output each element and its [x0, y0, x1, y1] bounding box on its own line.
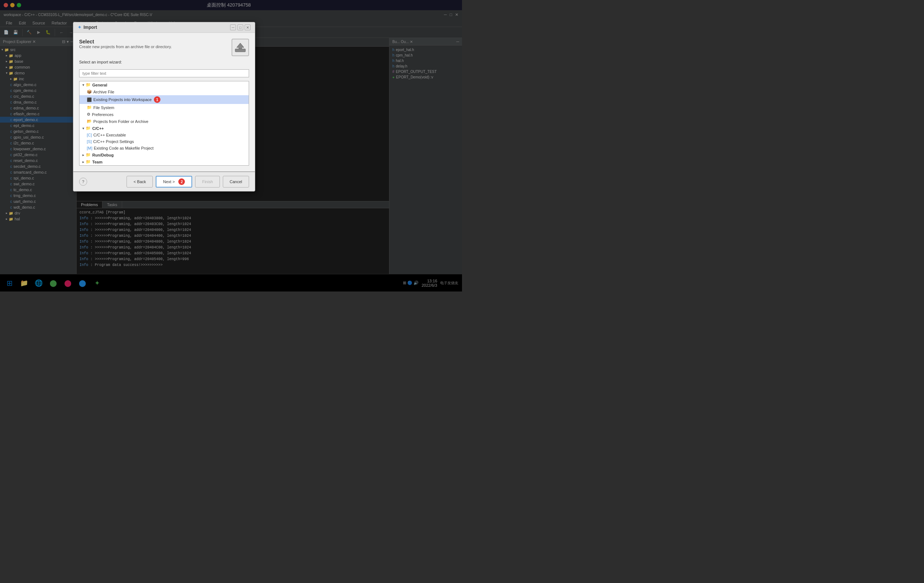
- collapse-arrow-icon: ▸: [82, 153, 84, 157]
- dialog-import-icon: [231, 39, 249, 56]
- section-label: General: [92, 83, 107, 87]
- expand-arrow-icon: ▾: [82, 83, 84, 87]
- item-label: Projects from Folder or Archive: [93, 119, 148, 124]
- tree-item-projects-folder[interactable]: 📂 Projects from Folder or Archive: [79, 118, 249, 125]
- footer-right: < Back Next > 2 Finish Cancel: [127, 176, 249, 188]
- settings-icon: [S]: [87, 139, 92, 144]
- folder-archive-icon: 📂: [87, 119, 92, 124]
- import-dialog: ✦ Import ─ □ ✕ Select Create new project…: [73, 22, 255, 192]
- back-button[interactable]: < Back: [127, 176, 153, 188]
- next-button[interactable]: Next > 2: [156, 176, 192, 188]
- folder-icon: 📁: [86, 152, 91, 157]
- folder-icon: 📁: [86, 126, 91, 130]
- item-label: Existing Code as Makefile Project: [94, 146, 153, 150]
- modal-overlay: ✦ Import ─ □ ✕ Select Create new project…: [0, 0, 462, 292]
- dialog-title-label: Import: [84, 25, 97, 30]
- item-label: C/C++ Project Settings: [93, 139, 134, 144]
- tree-item-existing-makefile[interactable]: [M] Existing Code as Makefile Project: [79, 145, 249, 151]
- tree-section-rundebug[interactable]: ▸ 📁 Run/Debug: [79, 151, 249, 159]
- tree-section-team[interactable]: ▸ 📁 Team: [79, 159, 249, 165]
- dialog-minimize-btn[interactable]: ─: [230, 25, 236, 30]
- dialog-maximize-btn[interactable]: □: [238, 25, 243, 30]
- tree-item-cpp-executable[interactable]: [C] C/C++ Executable: [79, 132, 249, 138]
- filter-input[interactable]: [79, 69, 249, 78]
- dialog-window-buttons: ─ □ ✕: [230, 25, 251, 30]
- section-label: C/C++: [92, 126, 104, 130]
- tree-item-existing-projects[interactable]: ⬛ Existing Projects into Workspace 1: [79, 95, 249, 104]
- dialog-header-text: Select Create new projects from an archi…: [79, 39, 172, 49]
- help-button[interactable]: ?: [79, 178, 87, 186]
- expand-arrow-icon: ▾: [82, 127, 84, 130]
- step-badge-1: 1: [154, 96, 160, 103]
- item-label: Existing Projects into Workspace: [93, 97, 152, 102]
- tree-item-archive-file[interactable]: 📦 Archive File: [79, 88, 249, 95]
- item-label: Archive File: [93, 90, 114, 94]
- makefile-icon: [M]: [87, 146, 92, 150]
- projects-icon: ⬛: [87, 97, 92, 102]
- archive-icon: 📦: [87, 89, 92, 94]
- dialog-body: Select Create new projects from an archi…: [73, 33, 255, 172]
- wizard-tree: ▾ 📁 General 📦 Archive File ⬛ Existing Pr…: [79, 81, 249, 166]
- dialog-close-btn[interactable]: ✕: [245, 25, 251, 30]
- folder-icon: 📁: [86, 83, 91, 87]
- item-label: C/C++ Executable: [93, 133, 126, 137]
- dialog-title: ✦ Import: [78, 25, 97, 30]
- svg-marker-1: [237, 43, 244, 49]
- dialog-heading: Select: [79, 39, 172, 45]
- filesystem-icon: 📁: [87, 105, 92, 110]
- dialog-titlebar: ✦ Import ─ □ ✕: [73, 22, 255, 33]
- item-label: File System: [93, 106, 114, 110]
- next-step-badge: 2: [178, 178, 185, 185]
- svg-rect-0: [235, 49, 246, 52]
- dialog-footer: ? < Back Next > 2 Finish Cancel: [73, 172, 255, 191]
- wizard-label: Select an import wizard:: [79, 60, 249, 64]
- tree-item-file-system[interactable]: 📁 File System: [79, 104, 249, 111]
- tree-section-general[interactable]: ▾ 📁 General: [79, 81, 249, 88]
- finish-button[interactable]: Finish: [195, 176, 219, 188]
- item-label: Preferences: [92, 112, 114, 117]
- preferences-icon: ⚙: [87, 112, 91, 117]
- tree-section-cpp[interactable]: ▾ 📁 C/C++: [79, 125, 249, 132]
- next-label: Next >: [163, 180, 175, 184]
- section-label: Team: [92, 160, 102, 164]
- tree-item-preferences[interactable]: ⚙ Preferences: [79, 111, 249, 118]
- footer-left: ?: [79, 178, 87, 186]
- dialog-subtext: Create new projects from an archive file…: [79, 45, 172, 49]
- collapse-arrow-icon: ▸: [82, 160, 84, 164]
- dialog-header-section: Select Create new projects from an archi…: [79, 39, 249, 56]
- tree-item-cpp-project-settings[interactable]: [S] C/C++ Project Settings: [79, 138, 249, 145]
- cpp-icon: [C]: [87, 133, 92, 137]
- import-arrow-icon: [234, 42, 246, 53]
- cancel-button[interactable]: Cancel: [223, 176, 249, 188]
- folder-icon: 📁: [86, 159, 91, 164]
- import-icon: ✦: [78, 25, 81, 30]
- section-label: Run/Debug: [92, 153, 114, 157]
